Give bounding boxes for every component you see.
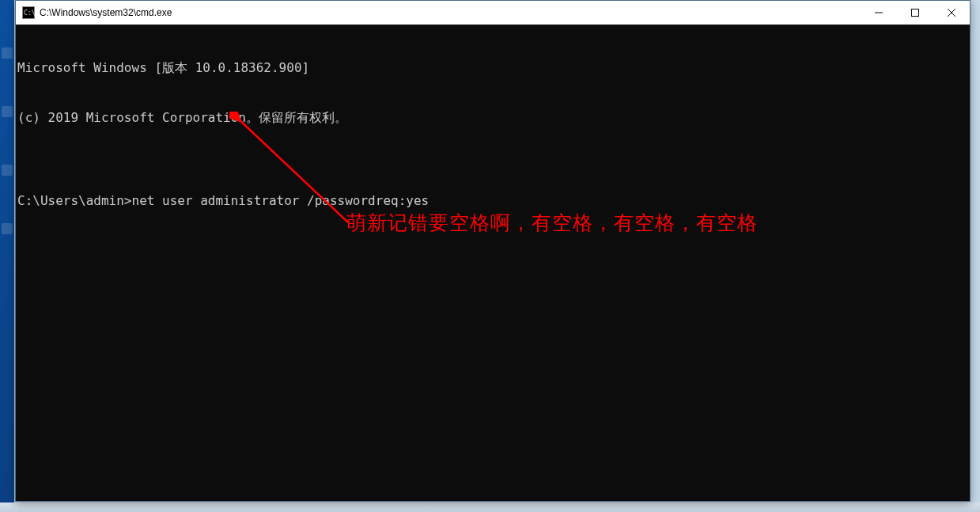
terminal-area[interactable]: Microsoft Windows [版本 10.0.18362.900] (c… [16, 25, 970, 501]
annotation-text: 萌新记错要空格啊，有空格，有空格，有空格 [346, 214, 758, 231]
prompt-path: C:\Users\admin> [17, 193, 132, 208]
cmd-icon: C:\ [22, 6, 35, 19]
typed-command: net user administrator /passwordreq:yes [132, 193, 429, 208]
terminal-line: Microsoft Windows [版本 10.0.18362.900] [16, 59, 970, 76]
terminal-line: (c) 2019 Microsoft Corporation。保留所有权利。 [16, 109, 970, 126]
terminal-prompt-line: C:\Users\admin>net user administrator /p… [16, 192, 970, 209]
svg-text:C:\: C:\ [24, 9, 35, 17]
window-titlebar[interactable]: C:\ C:\Windows\system32\cmd.exe [16, 1, 970, 25]
close-button[interactable] [933, 1, 970, 25]
svg-rect-3 [912, 9, 919, 17]
taskbar-sliver [0, 503, 980, 512]
minimize-button[interactable] [861, 1, 897, 25]
maximize-button[interactable] [897, 1, 933, 25]
annotation-overlay: 萌新记错要空格啊，有空格，有空格，有空格 [16, 25, 970, 501]
desktop-left-strip [0, 0, 14, 512]
cmd-window: C:\ C:\Windows\system32\cmd.exe Microsof… [15, 0, 971, 502]
window-title: C:\Windows\system32\cmd.exe [40, 7, 172, 18]
arrow-icon [229, 112, 356, 230]
